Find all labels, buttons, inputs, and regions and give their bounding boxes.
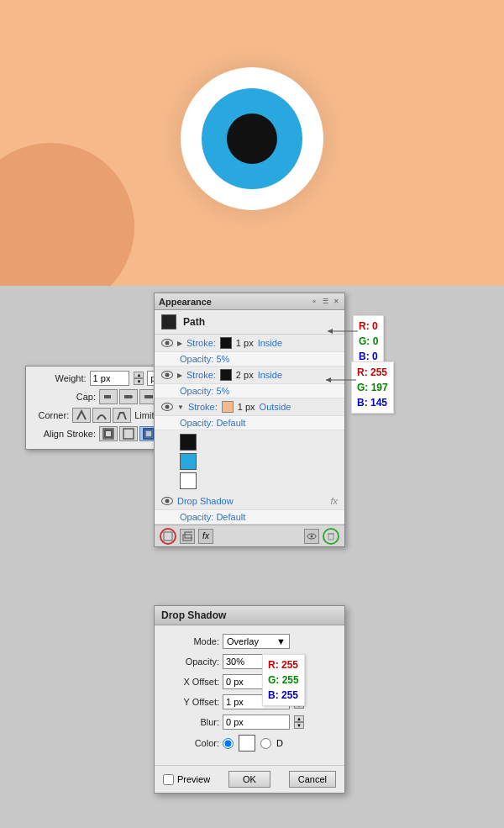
anno-r3: R: 255 — [268, 657, 299, 672]
new-layer-btn[interactable] — [160, 528, 176, 545]
stroke-label-1[interactable]: Stroke: — [186, 338, 216, 348]
corner-round[interactable] — [92, 408, 111, 423]
annotation-white: R: 255 G: 255 B: 255 — [262, 654, 305, 706]
weight-down[interactable]: ▼ — [134, 378, 144, 385]
preview-label[interactable]: Preview — [163, 774, 210, 785]
svg-rect-6 — [123, 429, 134, 439]
color-row: Color: D — [165, 735, 334, 752]
mode-dropdown[interactable]: Overlay ▼ — [223, 634, 290, 649]
canvas — [0, 0, 504, 286]
cap-butt[interactable] — [99, 389, 118, 404]
blur-row: Blur: ▲ ▼ — [165, 715, 334, 730]
svg-rect-5 — [105, 430, 112, 437]
layer-btn[interactable] — [180, 529, 195, 544]
blur-up[interactable]: ▲ — [294, 715, 304, 722]
appearance-panel: Appearance « ☰ ✕ Path ▶ Stroke: 1 px Ins… — [154, 293, 345, 547]
fx-btn[interactable]: fx — [198, 529, 213, 544]
panel-collapse[interactable]: « — [310, 298, 318, 306]
darken-label: D — [276, 738, 283, 748]
drop-shadow-label[interactable]: Drop Shadow — [177, 496, 234, 506]
color-label: Color: — [165, 738, 219, 748]
opacity-row-3[interactable]: Opacity: Default — [155, 416, 344, 430]
anno-r2: R: 255 — [357, 365, 388, 380]
appearance-titlebar: Appearance « ☰ ✕ — [155, 293, 344, 310]
visibility-icon-2[interactable] — [161, 371, 173, 379]
stroke-swatch-1 — [220, 337, 232, 349]
stroke-row-3: ▼ Stroke: 1 px Outside — [155, 398, 344, 416]
mode-value: Overlay — [227, 636, 259, 646]
y-label: Y Offset: — [165, 697, 219, 707]
y-offset-row: Y Offset: ▲ ▼ R: 255 G: 255 B: 255 — [165, 694, 334, 709]
opacity-row-2[interactable]: Opacity: 5% — [155, 384, 344, 398]
stroke-label-2[interactable]: Stroke: — [186, 370, 216, 380]
expand-arrow-3[interactable]: ▼ — [177, 403, 184, 411]
ok-button[interactable]: OK — [228, 771, 270, 788]
blur-value[interactable] — [223, 716, 274, 728]
preview-text: Preview — [177, 774, 210, 784]
stroke-pos-2[interactable]: Inside — [258, 370, 282, 380]
stroke-label-3[interactable]: Stroke: — [188, 402, 218, 412]
expand-arrow-1[interactable]: ▶ — [177, 340, 182, 347]
blur-input[interactable] — [223, 715, 290, 730]
color-radio[interactable] — [223, 738, 234, 749]
svg-point-14 — [311, 535, 313, 537]
appearance-header: Path — [155, 310, 344, 335]
arrow-1 — [328, 328, 360, 335]
panel-close[interactable]: ✕ — [332, 298, 340, 306]
dialog-footer: Preview OK Cancel — [155, 765, 344, 793]
stroke-pos-3[interactable]: Outside — [260, 402, 291, 412]
cap-round[interactable] — [119, 389, 138, 404]
blur-down[interactable]: ▼ — [294, 722, 304, 729]
blur-label: Blur: — [165, 717, 219, 727]
trash-icon — [326, 531, 336, 541]
drop-shadow-dialog: Drop Shadow Mode: Overlay ▼ Opacity: ▲ ▼ — [154, 605, 345, 794]
opacity-row-1[interactable]: Opacity: 5% — [155, 352, 344, 367]
stroke-row-1: ▶ Stroke: 1 px Inside — [155, 335, 344, 352]
layers-icon — [182, 531, 192, 541]
x-label: X Offset: — [165, 677, 219, 687]
align-label: Align Stroke: — [33, 429, 96, 439]
anno-g3: G: 255 — [268, 672, 299, 688]
panel-controls: « ☰ ✕ — [310, 298, 340, 306]
corner-bevel[interactable] — [113, 408, 131, 423]
dialog-title: Drop Shadow — [155, 606, 344, 625]
align-inside[interactable] — [99, 426, 118, 441]
appearance-title: Appearance — [159, 297, 212, 307]
stroke-swatch-2 — [220, 369, 232, 381]
annotation-black: R: 0 G: 0 B: 0 — [353, 315, 384, 367]
expand-arrow-2[interactable]: ▶ — [177, 372, 182, 379]
fx-label: fx — [330, 496, 338, 506]
align-buttons — [99, 426, 158, 441]
weight-spinner[interactable]: ▲ ▼ — [134, 372, 144, 385]
corner-miter[interactable] — [72, 408, 91, 423]
corner-buttons — [72, 408, 131, 423]
stroke-row-2: ▶ Stroke: 2 px Inside — [155, 367, 344, 384]
blur-spinner[interactable]: ▲ ▼ — [294, 715, 304, 729]
visibility-icon-3[interactable] — [161, 403, 173, 411]
stroke-pos-1[interactable]: Inside — [258, 338, 282, 348]
panel-menu[interactable]: ☰ — [321, 298, 329, 306]
delete-btn[interactable] — [323, 528, 339, 545]
x-offset-row: X Offset: ▲ ▼ — [165, 674, 334, 689]
color-swatch[interactable] — [239, 735, 255, 752]
darken-radio[interactable] — [260, 738, 271, 749]
drop-shadow-row: Drop Shadow fx — [155, 493, 344, 510]
cancel-button[interactable]: Cancel — [289, 771, 336, 788]
weight-input[interactable] — [90, 371, 130, 386]
weight-up[interactable]: ▲ — [134, 372, 144, 378]
opacity-default-row[interactable]: Opacity: Default — [155, 510, 344, 525]
visibility-footer-icon — [307, 533, 317, 540]
preview-checkbox[interactable] — [163, 774, 174, 785]
cap-label: Cap: — [33, 392, 96, 402]
opacity-row: Opacity: ▲ ▼ — [165, 654, 334, 669]
align-center[interactable] — [119, 426, 138, 441]
visibility-icon-1[interactable] — [161, 339, 173, 347]
eye-footer-btn[interactable] — [304, 529, 319, 544]
eye-pupil — [227, 113, 277, 164]
anno-b3: B: 255 — [268, 688, 299, 703]
weight-value[interactable] — [93, 373, 127, 383]
stroke-px-3: 1 px — [238, 402, 255, 412]
visibility-icon-ds[interactable] — [161, 497, 173, 505]
svg-rect-7 — [145, 430, 152, 437]
svg-rect-15 — [328, 534, 333, 540]
